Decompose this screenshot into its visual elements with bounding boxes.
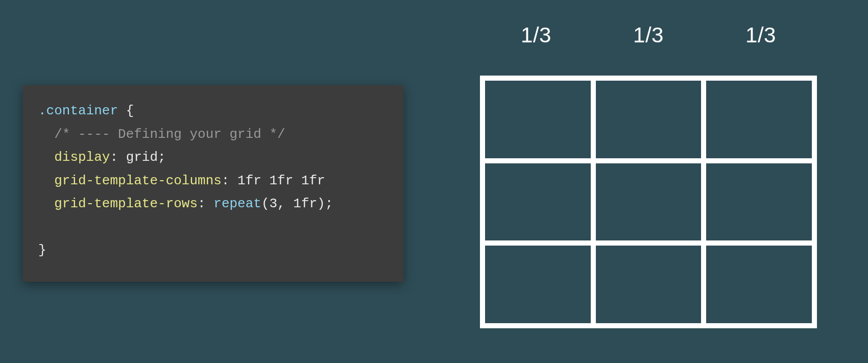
css-property: grid-template-rows [38, 196, 198, 211]
grid-cell [704, 161, 814, 244]
grid-cell [593, 161, 704, 244]
close-brace: } [38, 239, 388, 262]
grid-cell [483, 161, 593, 244]
css-value: 1fr 1fr 1fr [229, 173, 325, 188]
css-property: grid-template-columns [38, 173, 222, 188]
css-property: display [38, 150, 110, 165]
grid-cell [704, 78, 814, 161]
column-label: 1/3 [592, 23, 705, 47]
grid-cell [704, 243, 814, 326]
code-line-columns: grid-template-columns: 1fr 1fr 1fr [38, 170, 388, 193]
grid-visual [480, 76, 817, 328]
column-label: 1/3 [480, 23, 592, 47]
code-line-rows: grid-template-rows: repeat(3, 1fr); [38, 192, 388, 216]
grid-cell [593, 78, 704, 161]
grid-cell [593, 243, 704, 326]
grid-cell [483, 243, 593, 326]
column-label: 1/3 [705, 23, 817, 47]
css-function: repeat [206, 196, 261, 211]
css-function-args: (3, 1fr) [261, 196, 325, 211]
open-brace: { [118, 103, 134, 118]
code-line-comment: /* ---- Defining your grid */ [38, 123, 388, 147]
grid-cell [483, 78, 593, 161]
column-labels-row: 1/3 1/3 1/3 [470, 23, 827, 47]
css-selector: .container [38, 103, 118, 118]
code-line-display: display: grid; [38, 146, 388, 170]
code-line-selector: .container { [38, 100, 388, 123]
code-line-empty [38, 216, 388, 239]
grid-diagram: 1/3 1/3 1/3 [470, 23, 827, 328]
css-code-snippet: .container { /* ---- Defining your grid … [23, 85, 403, 282]
css-value: grid [118, 150, 158, 165]
